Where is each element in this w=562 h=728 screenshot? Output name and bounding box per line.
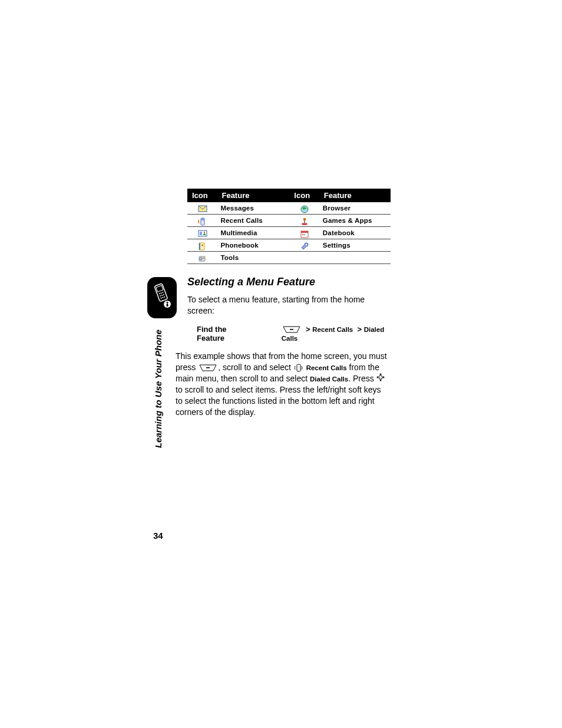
- svg-rect-26: [302, 234, 303, 235]
- menu-key-icon: [283, 326, 300, 333]
- recent-calls-inline-icon: [295, 364, 303, 372]
- menu-key-icon: [199, 364, 217, 371]
- find-feature-label: Find the Feature: [197, 325, 252, 342]
- svg-point-2: [159, 293, 161, 295]
- svg-point-9: [162, 297, 164, 298]
- svg-point-30: [201, 244, 203, 246]
- feature-label: Browser: [319, 202, 391, 215]
- col-icon-1: Icon: [187, 189, 217, 202]
- svg-rect-25: [301, 231, 308, 233]
- svg-rect-13: [167, 304, 168, 307]
- svg-point-38: [379, 375, 382, 379]
- svg-point-8: [160, 298, 162, 299]
- tools-icon: [198, 255, 206, 262]
- svg-marker-42: [383, 376, 385, 378]
- svg-rect-36: [206, 367, 210, 368]
- nav-key-icon: [376, 373, 385, 384]
- feature-label: Settings: [319, 239, 391, 252]
- svg-point-20: [303, 218, 306, 221]
- svg-rect-22: [200, 232, 202, 235]
- svg-rect-29: [199, 243, 200, 250]
- svg-point-12: [167, 302, 168, 304]
- svg-rect-37: [297, 364, 300, 371]
- joystick-icon: [300, 218, 309, 225]
- feature-label: Datebook: [319, 227, 391, 239]
- feature-label: Messages: [217, 202, 289, 215]
- svg-point-23: [204, 232, 206, 233]
- section-label: Learning to Use Your Phone: [153, 330, 163, 448]
- page-number: 34: [153, 531, 163, 541]
- col-feature-1: Feature: [217, 189, 289, 202]
- svg-point-31: [305, 244, 306, 245]
- svg-point-7: [163, 294, 165, 296]
- wrench-icon: [300, 242, 309, 249]
- envelope-icon: [198, 205, 206, 212]
- col-icon-2: Icon: [289, 189, 319, 202]
- content-area: Icon Feature Icon Feature Messages Brows…: [187, 189, 394, 418]
- svg-point-6: [161, 295, 163, 297]
- svg-rect-1: [156, 285, 163, 292]
- find-feature-row: Find the Feature > Recent Calls > Dialed…: [197, 325, 394, 342]
- table-header-row: Icon Feature Icon Feature: [187, 189, 391, 202]
- svg-marker-40: [379, 380, 382, 381]
- table-row: Phonebook Settings: [187, 239, 391, 252]
- phonebook-icon: [198, 242, 206, 249]
- col-feature-2: Feature: [319, 189, 391, 202]
- svg-marker-41: [376, 376, 378, 378]
- svg-point-4: [162, 292, 164, 294]
- table-row: Tools: [187, 252, 391, 264]
- feature-label: [319, 252, 391, 264]
- section-heading: Selecting a Menu Feature: [187, 276, 394, 288]
- page: Learning to Use Your Phone Icon Feature …: [0, 0, 562, 728]
- phone-info-badge: [147, 277, 177, 318]
- navigation-path: > Recent Calls > Dialed Calls: [282, 325, 394, 342]
- svg-rect-27: [304, 234, 305, 235]
- phone-log-icon: [198, 218, 206, 225]
- svg-rect-17: [201, 219, 204, 220]
- body-paragraph: This example shows that from the home sc…: [176, 351, 388, 418]
- feature-icon-table: Icon Feature Icon Feature Messages Brows…: [187, 189, 391, 264]
- feature-label: Recent Calls: [217, 215, 289, 227]
- multimedia-icon: [198, 230, 206, 237]
- svg-marker-39: [379, 373, 382, 375]
- feature-label: Tools: [217, 252, 289, 264]
- feature-label: Phonebook: [217, 239, 289, 252]
- svg-point-5: [160, 295, 161, 297]
- table-row: Messages Browser: [187, 202, 391, 215]
- intro-text: To select a menu feature, starting from …: [187, 294, 376, 317]
- calendar-icon: [300, 230, 309, 237]
- table-row: Recent Calls Games & Apps: [187, 215, 391, 227]
- feature-label: Multimedia: [217, 227, 289, 239]
- svg-rect-34: [203, 258, 204, 259]
- svg-rect-35: [290, 329, 293, 330]
- globe-icon: [300, 205, 309, 212]
- svg-point-10: [164, 296, 166, 298]
- feature-label: Games & Apps: [319, 215, 391, 227]
- table-row: Multimedia Datebook: [187, 227, 391, 239]
- svg-point-3: [160, 292, 162, 294]
